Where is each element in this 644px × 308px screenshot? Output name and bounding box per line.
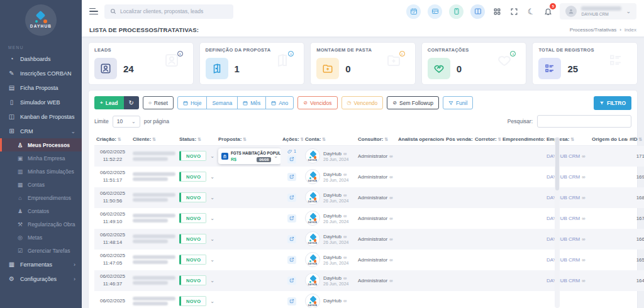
table-row[interactable]: 06/02/2025 11:48:14 NOVO⌄ ⌄: [94, 229, 644, 250]
column-header-cliente[interactable]: Cliente:⇅: [131, 133, 177, 146]
external-link-button[interactable]: [287, 277, 296, 285]
search-input[interactable]: [120, 8, 228, 14]
table-row[interactable]: 06/02/2025 11:49:10 NOVO⌄ ⌄: [94, 208, 644, 229]
column-header-empresa[interactable]: Empresa:⇅: [545, 133, 590, 146]
hamburger-menu-icon[interactable]: [89, 8, 98, 15]
empresa-link[interactable]: DAYHUB CRM: [547, 195, 580, 201]
sort-icon[interactable]: ⇅: [322, 137, 326, 141]
apps-grid-button[interactable]: [492, 6, 502, 16]
sidebar-item-inscri-es-corban[interactable]: ✎Inscrições CORBAN: [0, 66, 82, 80]
column-header-empreendimento[interactable]: Empreendimento:⇅: [501, 133, 545, 146]
dark-mode-button[interactable]: ☾: [526, 6, 536, 16]
external-link-button[interactable]: [287, 173, 296, 181]
empresa-link[interactable]: DAYHUB CRM: [547, 236, 580, 242]
filter-funil-button[interactable]: Funil: [443, 96, 473, 109]
status-badge[interactable]: NOVO: [179, 172, 206, 182]
status-badge[interactable]: NOVO: [179, 234, 206, 244]
chevron-down-icon[interactable]: ⌄: [210, 299, 214, 304]
filter-vencendo-button[interactable]: ◷Vencendo: [341, 96, 384, 109]
filter-mes-button[interactable]: Mês: [237, 96, 266, 109]
column-header-analista-operacional[interactable]: Analista operacional:⇅: [396, 133, 444, 146]
external-link-button[interactable]: [287, 214, 296, 223]
filter-vencidos-button[interactable]: ⊘Vencidos: [297, 96, 337, 109]
status-badge[interactable]: NOVO: [179, 192, 206, 202]
sidebar-item-kanban-de-propostas[interactable]: ◫Kanban de Propostas: [0, 109, 82, 124]
status-badge[interactable]: NOVO: [179, 296, 206, 306]
column-header-consultor[interactable]: Consultor:⇅: [356, 133, 396, 146]
filter-sem-followup-button[interactable]: ⊘Sem Followup: [387, 96, 439, 109]
chevron-down-icon[interactable]: ⌄: [210, 216, 214, 221]
column-header-p-s-venda[interactable]: Pós venda:⇅: [444, 133, 473, 146]
column-header-proposta[interactable]: Proposta:⇅: [216, 133, 280, 146]
column-header-status[interactable]: Status:⇅: [177, 133, 216, 146]
sort-icon[interactable]: ⇅: [384, 137, 388, 141]
external-link-button[interactable]: [287, 256, 296, 264]
sidebar-item-contas[interactable]: ▦Contas: [0, 178, 82, 191]
calculator-button[interactable]: [449, 4, 464, 19]
sidebar-item-crm[interactable]: ⊞ CRM ⌄: [0, 124, 82, 138]
sort-icon[interactable]: ⇅: [570, 137, 574, 141]
scrollbar-thumb[interactable]: [555, 138, 559, 190]
table-row[interactable]: 06/02/2025 NOVO⌄ ⌄: [94, 291, 644, 308]
sidebar-item-configura-es[interactable]: ⚙Configurações›: [0, 272, 82, 286]
chevron-down-icon[interactable]: ⌄: [210, 153, 214, 159]
sort-icon[interactable]: ⇅: [638, 137, 642, 141]
brand-logo[interactable]: DAYHUB: [0, 0, 82, 40]
filter-semana-button[interactable]: Semana: [206, 96, 238, 109]
external-link-button[interactable]: [287, 235, 296, 243]
sort-icon[interactable]: ⇅: [498, 137, 501, 141]
filtro-button[interactable]: FILTRO: [594, 96, 631, 110]
chevron-down-icon[interactable]: ⌄: [210, 195, 214, 201]
table-scrollbar[interactable]: [555, 137, 560, 308]
table-row[interactable]: 06/02/2025 11:50:56 NOVO⌄ ⌄: [94, 187, 644, 208]
chevron-down-icon[interactable]: ⌄: [210, 174, 214, 180]
column-header-id[interactable]: #ID⇅: [628, 133, 644, 146]
chevron-down-icon[interactable]: ⌄: [210, 257, 214, 263]
info-icon[interactable]: i: [510, 51, 516, 57]
info-icon[interactable]: i: [177, 51, 183, 57]
column-header-conta[interactable]: Conta:⇅: [303, 133, 356, 146]
sidebar-item-minha-empresa[interactable]: ▣Minha Empresa: [0, 151, 82, 165]
chevron-down-icon[interactable]: ⌄: [274, 153, 278, 159]
reset-button[interactable]: ○Reset: [143, 96, 174, 109]
empresa-link[interactable]: DAYHUB CRM: [547, 278, 580, 283]
card-leads[interactable]: LEADS 24 i: [88, 42, 194, 85]
sidebar-item-meus-processos[interactable]: ♙Meus Processos: [0, 138, 82, 151]
sidebar-item-dashboards[interactable]: ◔Dashboards: [0, 52, 82, 66]
filter-ano-button[interactable]: Ano: [265, 96, 294, 109]
chevron-down-icon[interactable]: ⌄: [210, 278, 214, 283]
table-row[interactable]: 06/02/2025 11:51:17 NOVO⌄ ⌄: [94, 167, 644, 187]
add-lead-button[interactable]: +Lead: [94, 96, 124, 109]
refresh-button[interactable]: ↻: [124, 96, 139, 109]
info-icon[interactable]: i: [399, 51, 405, 57]
sidebar-item-minhas-simula-es[interactable]: ▥Minhas Simulações: [0, 165, 82, 178]
column-header-corretor[interactable]: Corretor:⇅: [473, 133, 501, 146]
sort-icon[interactable]: ⇅: [152, 137, 156, 141]
sidebar-item-ficha-proposta[interactable]: ▤Ficha Proposta: [0, 80, 82, 95]
sort-icon[interactable]: ⇅: [301, 137, 303, 141]
table-row[interactable]: 06/02/2025 11:46:37 NOVO⌄ ⌄: [94, 270, 644, 291]
column-header-a-es[interactable]: Ações:⇅: [280, 133, 303, 146]
external-link-button[interactable]: [287, 297, 296, 305]
sidebar-item-regulariza-o-obra[interactable]: ⚒Regularização Obra: [0, 217, 82, 231]
sort-icon[interactable]: ⇅: [197, 137, 201, 141]
external-link-button[interactable]: [287, 155, 296, 163]
card-contratacoes[interactable]: CONTRATAÇÕES 0 i: [421, 42, 527, 85]
sidebar-item-gerenciar-tarefas[interactable]: ☑Gerenciar Tarefas: [0, 244, 82, 257]
breadcrumb-root[interactable]: Processos/Tratativas: [570, 27, 616, 33]
fullscreen-button[interactable]: [509, 6, 519, 16]
limit-select[interactable]: 10 ⌄: [113, 116, 140, 128]
sort-icon[interactable]: ⇅: [243, 137, 247, 141]
sort-icon[interactable]: ⇅: [118, 137, 121, 141]
card-button[interactable]: [428, 4, 442, 19]
sidebar-item-simulador-web[interactable]: ▯Simulador WEB: [0, 95, 82, 109]
user-menu[interactable]: DAYHUB CRM ⌄: [560, 3, 636, 19]
empresa-link[interactable]: DAYHUB CRM: [547, 153, 580, 159]
sidebar-item-empreendimentos[interactable]: ⌂Empreendimentos: [0, 191, 82, 204]
card-definicao-proposta[interactable]: DEFINIÇÃO DA PROPOSTA 1 i: [199, 42, 305, 85]
table-row[interactable]: 06/02/2025 11:52:22 NOVO⌄ FGTS HABITAÇÃO…: [94, 146, 644, 167]
empresa-link[interactable]: DAYHUB CRM: [547, 257, 580, 263]
calendar-button[interactable]: [406, 4, 421, 19]
sidebar-item-metas[interactable]: ◎Metas: [0, 231, 82, 244]
sidebar-item-contatos[interactable]: ♟Contatos: [0, 204, 82, 217]
